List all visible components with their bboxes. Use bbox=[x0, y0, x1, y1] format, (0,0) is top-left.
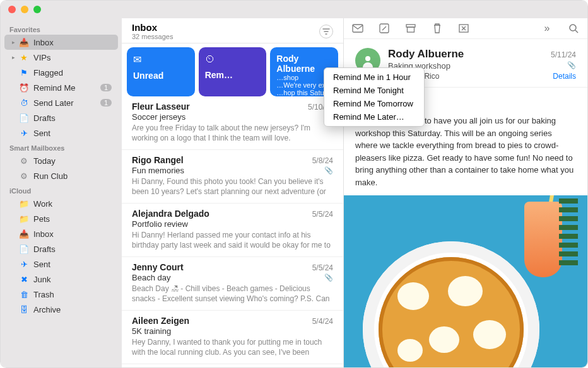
email-image bbox=[344, 195, 587, 367]
sidebar-item-label: Inbox bbox=[33, 38, 112, 47]
paperplane-icon: ✈ bbox=[18, 259, 30, 269]
sidebar-section-header: Favorites bbox=[1, 22, 122, 35]
msg-subject: Portfolio review bbox=[132, 219, 188, 229]
sidebar-item-vips[interactable]: ▸★VIPs bbox=[4, 50, 118, 65]
msg-date: 5/4/24 bbox=[312, 317, 333, 326]
disclosure-icon[interactable]: ▸ bbox=[12, 39, 18, 45]
sidebar-item-label: Pets bbox=[33, 214, 112, 224]
msg-subject: Fun memories bbox=[132, 166, 184, 175]
mailbox-count: 32 messages bbox=[132, 33, 319, 40]
disclosure-icon[interactable]: ▸ bbox=[12, 54, 18, 60]
reader-date: 5/11/24 bbox=[551, 50, 576, 59]
search-icon[interactable] bbox=[567, 23, 580, 33]
sidebar-item-label: Flagged bbox=[33, 68, 112, 78]
svg-point-5 bbox=[570, 25, 576, 31]
sidebar-item-sent[interactable]: ✈Sent bbox=[4, 256, 118, 272]
msg-preview: Hi Danny! Herland passed me your contact… bbox=[132, 230, 333, 250]
remind-me-context-menu[interactable]: Remind Me in 1 HourRemind Me TonightRemi… bbox=[324, 67, 425, 127]
sidebar-item-junk[interactable]: ✖Junk bbox=[4, 272, 118, 287]
sidebar-item-label: Drafts bbox=[33, 244, 112, 254]
msg-subject: Beach day bbox=[132, 273, 170, 282]
details-link[interactable]: Details bbox=[553, 72, 576, 81]
trash-icon[interactable] bbox=[431, 23, 444, 33]
sidebar-item-send-later[interactable]: ⏱Send Later1 bbox=[4, 95, 118, 110]
msg-from: Jenny Court bbox=[132, 262, 312, 272]
compose-icon[interactable] bbox=[378, 23, 391, 33]
minimize-window-button[interactable] bbox=[21, 6, 28, 13]
sidebar-item-label: Work bbox=[33, 199, 112, 209]
attachment-icon: 📎 bbox=[324, 273, 333, 282]
attachment-icon: 📎 bbox=[324, 166, 333, 175]
sidebar-item-label: Archive bbox=[33, 305, 112, 314]
sidebar-item-inbox[interactable]: ▸📥Inbox bbox=[4, 35, 118, 50]
sidebar-item-label: Sent bbox=[33, 129, 112, 138]
message-row[interactable]: Fleur Lasseur5/10/24Soccer jerseysAre yo… bbox=[122, 96, 343, 150]
sidebar-item-label: Trash bbox=[33, 290, 112, 299]
sidebar-item-remind-me[interactable]: ⏰Remind Me1 bbox=[4, 80, 118, 95]
sidebar-item-label: Send Later bbox=[33, 98, 100, 108]
menu-item[interactable]: Remind Me Tomorrow bbox=[324, 97, 424, 110]
archive-icon[interactable] bbox=[404, 24, 417, 33]
top-card[interactable]: ✉Unread bbox=[127, 47, 195, 96]
svg-point-6 bbox=[365, 56, 370, 61]
msg-date: 5/5/24 bbox=[312, 263, 333, 272]
message-row[interactable]: Trev Smith5/3/24Illustration reference📎H… bbox=[122, 364, 343, 367]
card-title: Rem… bbox=[205, 70, 261, 80]
folder-icon: 📁 bbox=[18, 198, 30, 209]
close-window-button[interactable] bbox=[8, 6, 16, 13]
titlebar bbox=[1, 1, 587, 18]
star-icon: ★ bbox=[18, 52, 30, 62]
menu-item[interactable]: Remind Me Tonight bbox=[324, 84, 424, 97]
sidebar-item-archive[interactable]: 🗄Archive bbox=[4, 302, 118, 317]
sidebar-item-label: Run Club bbox=[33, 171, 112, 181]
tray-icon: 📥 bbox=[18, 229, 30, 239]
sidebar-item-work[interactable]: 📁Work bbox=[4, 196, 118, 211]
doc-icon: 📄 bbox=[18, 113, 30, 123]
archive-icon: 🗄 bbox=[18, 304, 30, 314]
message-list[interactable]: Fleur Lasseur5/10/24Soccer jerseysAre yo… bbox=[122, 96, 343, 367]
card-icon: ⏲ bbox=[205, 54, 261, 65]
more-icon[interactable]: » bbox=[541, 23, 553, 34]
card-title: Unread bbox=[133, 71, 189, 81]
tray-icon: 📥 bbox=[18, 37, 30, 47]
sidebar-item-drafts[interactable]: 📄Drafts bbox=[4, 110, 118, 125]
gear-icon: ⚙ bbox=[18, 156, 30, 166]
badge: 1 bbox=[100, 84, 112, 91]
message-row[interactable]: Rigo Rangel5/8/24Fun memories📎Hi Danny, … bbox=[122, 150, 343, 204]
folder-icon: 📁 bbox=[18, 214, 30, 224]
sidebar-item-run-club[interactable]: ⚙Run Club bbox=[4, 168, 118, 183]
sidebar-item-label: Junk bbox=[33, 275, 112, 284]
sidebar-item-drafts[interactable]: 📄Drafts bbox=[4, 241, 118, 256]
message-row[interactable]: Alejandra Delgado5/5/24Portfolio reviewH… bbox=[122, 204, 343, 257]
menu-item[interactable]: Remind Me Later… bbox=[324, 110, 424, 124]
junk-icon[interactable] bbox=[457, 24, 470, 33]
sidebar-item-trash[interactable]: 🗑Trash bbox=[4, 287, 118, 302]
sidebar-item-label: Sent bbox=[33, 260, 112, 269]
msg-from: Aileen Zeigen bbox=[132, 316, 312, 326]
msg-date: 5/8/24 bbox=[312, 156, 333, 165]
doc-icon: 📄 bbox=[18, 244, 30, 254]
envelope-icon[interactable] bbox=[351, 24, 364, 33]
sidebar-item-today[interactable]: ⚙Today bbox=[4, 153, 118, 168]
menu-item[interactable]: Remind Me in 1 Hour bbox=[324, 71, 424, 84]
sidebar-item-pets[interactable]: 📁Pets bbox=[4, 211, 118, 226]
sidebar-item-inbox[interactable]: 📥Inbox bbox=[4, 226, 118, 241]
msg-from: Fleur Lasseur bbox=[132, 101, 308, 112]
reader-toolbar: » bbox=[344, 18, 587, 39]
traffic-lights bbox=[8, 6, 41, 13]
msg-preview: Hi Danny, Found this photo you took! Can… bbox=[132, 176, 333, 197]
sidebar-section-header: iCloud bbox=[1, 183, 122, 196]
zoom-window-button[interactable] bbox=[33, 6, 41, 13]
card-icon: ✉ bbox=[133, 54, 189, 66]
filter-button[interactable] bbox=[319, 25, 333, 38]
sidebar-item-flagged[interactable]: ⚑Flagged bbox=[4, 65, 118, 80]
mailbox-title: Inbox bbox=[132, 22, 319, 33]
sidebar-item-label: Inbox bbox=[33, 229, 112, 239]
message-row[interactable]: Jenny Court5/5/24Beach day📎Beach Day 🏖 -… bbox=[122, 257, 343, 311]
flag-icon: ⚑ bbox=[18, 67, 30, 78]
message-row[interactable]: Aileen Zeigen5/4/245K trainingHey Danny,… bbox=[122, 311, 343, 364]
msg-from: Alejandra Delgado bbox=[132, 209, 312, 219]
top-card[interactable]: ⏲Rem… bbox=[199, 47, 267, 96]
sidebar-item-sent[interactable]: ✈Sent bbox=[4, 125, 118, 141]
reader-from: Rody Albuerne bbox=[388, 48, 551, 60]
